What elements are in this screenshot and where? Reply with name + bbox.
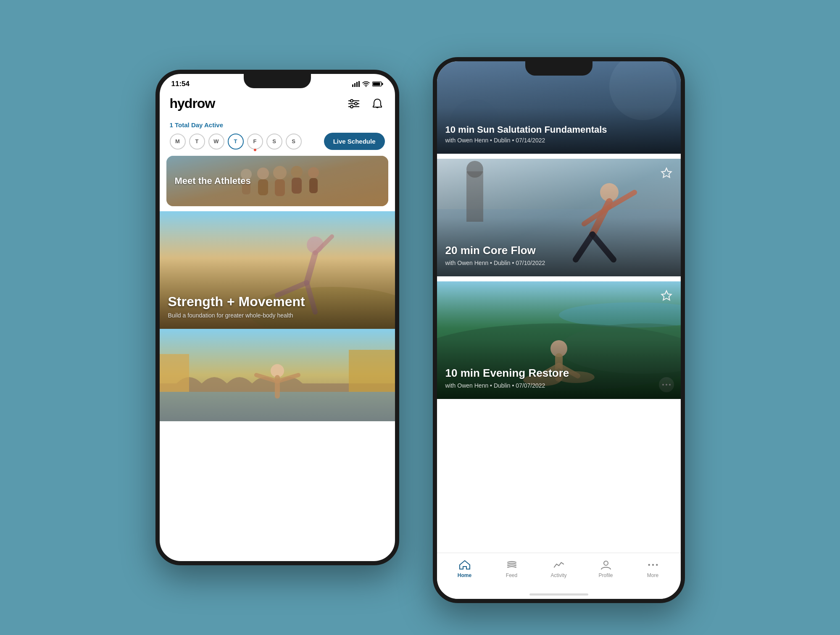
sun-salutation-title: 10 min Sun Salutation Fundamentals: [445, 124, 672, 135]
svg-rect-35: [349, 350, 395, 392]
meet-athletes-card[interactable]: Meet the Athletes: [166, 156, 388, 206]
active-dot: [254, 149, 256, 151]
svg-point-69: [652, 564, 654, 566]
florence-bg: [160, 329, 395, 421]
right-phone: 10 min Sun Salutation Fundamentals with …: [433, 57, 685, 603]
core-flow-meta: with Owen Henn • Dublin • 07/10/2022: [445, 260, 672, 266]
day-W[interactable]: W: [208, 134, 224, 150]
bell-icon: [372, 98, 382, 109]
day-S2[interactable]: S: [286, 134, 302, 150]
signal-icon: [352, 81, 360, 87]
evening-restore-card[interactable]: 10 min Evening Restore with Owen Henn • …: [437, 281, 681, 399]
nav-profile[interactable]: Profile: [591, 559, 621, 578]
nav-home[interactable]: Home: [450, 559, 479, 578]
home-nav-icon: [459, 559, 471, 571]
bottom-nav: Home Feed Activity: [437, 553, 681, 599]
svg-point-13: [350, 105, 353, 108]
florence-card[interactable]: [160, 329, 395, 421]
svg-point-12: [355, 102, 357, 105]
live-schedule-button[interactable]: Live Schedule: [324, 133, 385, 150]
svg-rect-6: [373, 83, 380, 86]
nav-more-label: More: [647, 572, 658, 578]
days-row: M T W T F S S Live Schedule: [170, 133, 385, 150]
days-group: M T W T F S S: [170, 134, 302, 150]
battery-icon: [372, 81, 383, 87]
strength-card[interactable]: Strength + Movement Build a foundation f…: [160, 211, 395, 329]
more-nav-icon: [647, 559, 659, 571]
sun-salutation-meta: with Owen Henn • Dublin • 07/14/2022: [445, 137, 672, 144]
day-S1[interactable]: S: [266, 134, 282, 150]
day-T1[interactable]: T: [189, 134, 205, 150]
evening-restore-overlay: 10 min Evening Restore with Owen Henn • …: [437, 281, 681, 399]
evening-restore-title: 10 min Evening Restore: [445, 367, 672, 380]
svg-rect-7: [382, 83, 383, 85]
activity-label: 1 Total Day Active: [170, 121, 385, 129]
evening-restore-meta: with Owen Henn • Dublin • 07/07/2022: [445, 382, 672, 389]
svg-rect-0: [352, 84, 353, 87]
strength-title: Strength + Movement: [168, 294, 387, 310]
svg-rect-3: [358, 81, 360, 87]
svg-rect-1: [354, 83, 355, 87]
nav-activity[interactable]: Activity: [544, 559, 574, 578]
activity-section: 1 Total Day Active M T W T F S S Live Sc…: [160, 117, 395, 156]
core-flow-card[interactable]: 20 min Core Flow with Owen Henn • Dublin…: [437, 159, 681, 276]
day-T2[interactable]: T: [228, 134, 244, 150]
app-header: hydrow: [160, 92, 395, 117]
nav-feed-label: Feed: [506, 572, 517, 578]
nav-home-label: Home: [458, 572, 471, 578]
svg-point-70: [656, 564, 658, 566]
home-indicator: [529, 593, 588, 596]
core-flow-title: 20 min Core Flow: [445, 244, 672, 257]
wifi-icon: [362, 81, 370, 87]
header-icons: [346, 96, 385, 111]
svg-rect-34: [160, 354, 189, 392]
time: 11:54: [171, 80, 190, 88]
bell-button[interactable]: [370, 96, 385, 111]
notch-right: [525, 61, 592, 76]
filter-button[interactable]: [346, 96, 361, 111]
activity-nav-icon: [553, 559, 565, 571]
notch: [244, 74, 311, 88]
status-icons: [352, 81, 383, 87]
strength-overlay: Strength + Movement Build a foundation f…: [160, 211, 395, 329]
svg-point-68: [648, 564, 650, 566]
left-phone: 11:54 hydrow: [155, 70, 399, 565]
strength-subtitle: Build a foundation for greater whole-bod…: [168, 312, 387, 319]
nav-activity-label: Activity: [550, 572, 566, 578]
day-M[interactable]: M: [170, 134, 186, 150]
nav-profile-label: Profile: [598, 572, 613, 578]
sliders-icon: [348, 99, 359, 108]
meet-athletes-overlay: Meet the Athletes: [166, 156, 388, 206]
nav-feed[interactable]: Feed: [497, 559, 527, 578]
profile-nav-icon: [600, 559, 612, 571]
svg-point-11: [350, 100, 353, 102]
svg-point-4: [365, 86, 366, 87]
meet-athletes-title: Meet the Athletes: [175, 176, 251, 186]
feed-nav-icon: [506, 559, 518, 571]
svg-rect-2: [356, 82, 358, 87]
workout-content: 10 min Sun Salutation Fundamentals with …: [437, 61, 681, 553]
core-flow-overlay: 20 min Core Flow with Owen Henn • Dublin…: [437, 159, 681, 276]
day-F[interactable]: F: [247, 134, 263, 150]
svg-point-67: [604, 561, 608, 565]
nav-more[interactable]: More: [638, 559, 668, 578]
hydrow-logo: hydrow: [170, 96, 215, 111]
